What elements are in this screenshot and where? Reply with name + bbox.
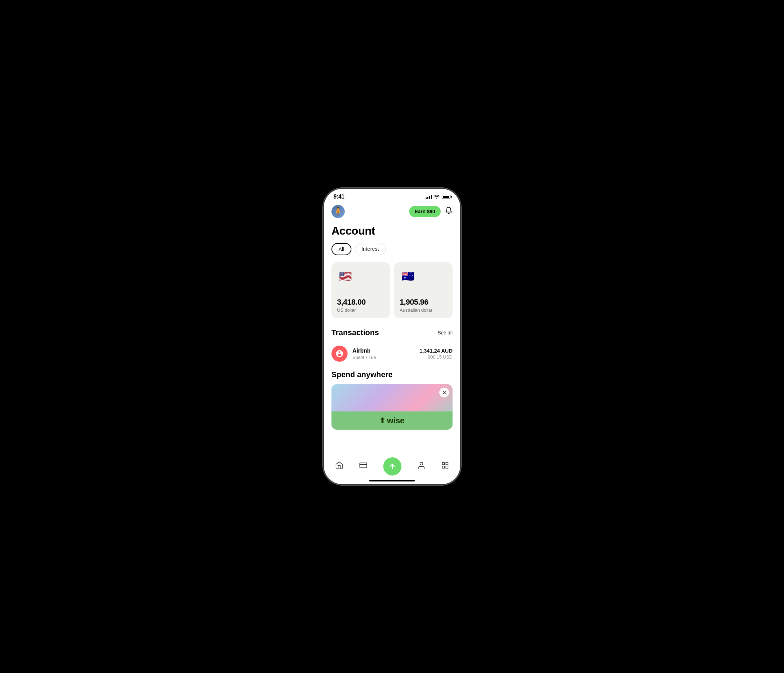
- spend-card[interactable]: ✕ ⬆ wise: [331, 384, 453, 430]
- home-icon: [335, 461, 343, 472]
- transactions-title: Transactions: [331, 328, 379, 337]
- aud-currency-label: Australian dollar: [400, 307, 447, 313]
- battery-icon: [442, 195, 450, 199]
- filter-tab-all[interactable]: All: [331, 243, 352, 255]
- transaction-subtitle: Spent • Tue: [352, 355, 415, 360]
- wise-card-overlay: ⬆ wise: [331, 411, 453, 430]
- nav-items: [324, 456, 460, 477]
- filter-tab-interest[interactable]: Interest: [355, 243, 386, 255]
- svg-rect-0: [360, 463, 367, 468]
- filter-tabs: All Interest: [324, 243, 460, 262]
- nav-profile[interactable]: [413, 460, 430, 473]
- notification-bell-icon[interactable]: [445, 207, 453, 217]
- phone-shell: 9:41: [324, 189, 460, 484]
- svg-point-3: [420, 462, 423, 465]
- bottom-nav: [324, 452, 460, 484]
- usd-flag-icon: 🇺🇸: [337, 268, 353, 284]
- transaction-amounts: 1,341.24 AUD 900.15 USD: [420, 348, 453, 360]
- transaction-name: Airbnb: [352, 348, 415, 354]
- header-row: 🧍 Earn $90: [324, 202, 460, 222]
- svg-rect-5: [446, 463, 448, 465]
- see-all-link[interactable]: See all: [437, 330, 453, 335]
- transactions-header: Transactions See all: [324, 328, 460, 343]
- transaction-primary-amount: 1,341.24 AUD: [420, 348, 453, 354]
- card-icon: [359, 461, 367, 472]
- home-indicator: [369, 480, 415, 481]
- aud-flag-icon: 🇦🇺: [400, 268, 416, 284]
- transaction-secondary-amount: 900.15 USD: [420, 354, 453, 360]
- status-icons: [426, 194, 450, 199]
- nav-card[interactable]: [355, 460, 372, 473]
- svg-rect-4: [442, 463, 444, 465]
- aud-amount: 1,905.96: [400, 298, 447, 307]
- page-title: Account: [324, 222, 460, 243]
- spend-anywhere-title: Spend anywhere: [331, 370, 453, 379]
- currency-card-aud[interactable]: 🇦🇺 1,905.96 Australian dollar: [394, 262, 453, 318]
- nav-home[interactable]: [331, 460, 348, 473]
- transaction-item[interactable]: Airbnb Spent • Tue 1,341.24 AUD 900.15 U…: [324, 343, 460, 367]
- signal-icon: [426, 195, 432, 199]
- avatar[interactable]: 🧍: [331, 205, 345, 218]
- currency-card-usd[interactable]: 🇺🇸 3,418.00 US dollar: [331, 262, 390, 318]
- scroll-content[interactable]: 🧍 Earn $90 Account All: [324, 202, 460, 452]
- earn-button[interactable]: Earn $90: [409, 206, 441, 217]
- send-button[interactable]: [383, 457, 401, 475]
- nav-send[interactable]: [379, 456, 406, 477]
- status-time: 9:41: [334, 194, 344, 200]
- svg-rect-6: [442, 466, 444, 468]
- wifi-icon: [434, 194, 440, 199]
- close-spend-card-button[interactable]: ✕: [439, 388, 449, 397]
- nav-more[interactable]: [437, 460, 453, 473]
- airbnb-logo: [331, 346, 348, 362]
- phone-screen: 9:41: [324, 189, 460, 484]
- svg-rect-7: [446, 466, 448, 468]
- usd-amount: 3,418.00: [337, 298, 384, 307]
- wise-logo: ⬆ wise: [380, 416, 404, 425]
- transaction-info: Airbnb Spent • Tue: [352, 348, 415, 360]
- currency-cards-row: 🇺🇸 3,418.00 US dollar 🇦🇺 1,905.96 Austra…: [324, 262, 460, 328]
- header-right: Earn $90: [409, 206, 453, 217]
- usd-currency-label: US dollar: [337, 307, 384, 313]
- status-bar: 9:41: [324, 189, 460, 202]
- profile-icon: [417, 461, 426, 472]
- spend-anywhere-section: Spend anywhere ✕ ⬆ wise: [324, 367, 460, 430]
- grid-icon: [441, 461, 449, 471]
